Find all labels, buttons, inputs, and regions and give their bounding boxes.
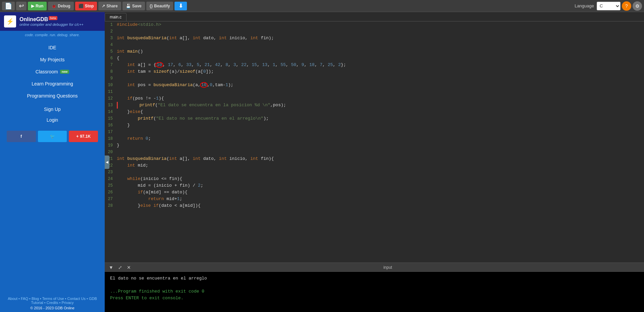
table-row: 15 printf("El dato no se encuentra en el… bbox=[105, 115, 644, 122]
sidebar-footer: About • FAQ • Blog • Terms of Use • Cont… bbox=[0, 293, 105, 312]
table-row: 21 int busquedaBinaria(int a[], int dato… bbox=[105, 155, 644, 162]
table-row: 17 bbox=[105, 129, 644, 135]
followers-button[interactable]: + 97.1K bbox=[69, 131, 98, 142]
table-row: 23 bbox=[105, 169, 644, 176]
table-row: 9 bbox=[105, 75, 644, 82]
output-clear-button[interactable]: ✕ bbox=[126, 265, 132, 270]
output-toolbar: ▼ ⤢ ✕ input bbox=[105, 263, 644, 272]
classroom-new-badge: new bbox=[60, 70, 69, 74]
table-row: 6 { bbox=[105, 55, 644, 62]
sidebar-nav: IDE My Projects Classroom new Learn Prog… bbox=[0, 42, 105, 102]
run-button[interactable]: ▶ Run bbox=[28, 2, 47, 10]
table-row: 28 }else if(dato < a[mid]){ bbox=[105, 202, 644, 209]
main-layout: ⚡ OnlineGDBbeta online compiler and debu… bbox=[0, 12, 644, 312]
table-row: 2 bbox=[105, 28, 644, 35]
table-row: 8 int tam = sizeof(a)/sizeof(a[0]); bbox=[105, 68, 644, 75]
footer-link-terms[interactable]: Terms of Use bbox=[42, 297, 64, 301]
footer-link-faq[interactable]: FAQ bbox=[21, 297, 28, 301]
facebook-button[interactable]: f bbox=[7, 131, 36, 142]
edit-button[interactable]: ↩ bbox=[16, 2, 27, 10]
footer-link-tutorial[interactable]: Tutorial bbox=[31, 301, 43, 305]
share-button[interactable]: ↗ Share bbox=[98, 2, 121, 10]
output-line2 bbox=[110, 282, 639, 289]
sidebar-item-learn[interactable]: Learn Programming bbox=[0, 78, 105, 90]
footer-link-privacy[interactable]: Privacy bbox=[62, 301, 74, 305]
editor-area: main.c 1 #include<stdio.h> 2 3 int busqu… bbox=[105, 12, 644, 312]
login-link[interactable]: Login bbox=[0, 115, 105, 125]
copyright: © 2016 - 2023 GDB Online bbox=[0, 306, 105, 310]
logo-icon: ⚡ bbox=[4, 15, 16, 27]
beautify-icon: {} bbox=[150, 4, 153, 8]
help-button[interactable]: ? bbox=[622, 1, 631, 11]
facebook-icon: f bbox=[20, 134, 22, 139]
share-icon: ↗ bbox=[102, 4, 105, 8]
logo-text-container: OnlineGDBbeta online compiler and debugg… bbox=[19, 16, 84, 26]
debug-button[interactable]: 🐞 Debug bbox=[48, 2, 73, 10]
table-row: 10 int pos = busquedaBinaria(a,10,0,tam-… bbox=[105, 82, 644, 88]
beautify-button[interactable]: {} Beautify bbox=[146, 2, 174, 10]
sidebar-auth: Sign Up Login bbox=[0, 104, 105, 125]
table-row: 18 return 0; bbox=[105, 135, 644, 142]
output-collapse-button[interactable]: ▼ bbox=[107, 265, 115, 270]
output-panel: ▼ ⤢ ✕ input El dato no se encuentra en e… bbox=[105, 262, 644, 312]
table-row: 5 int main() bbox=[105, 48, 644, 55]
table-row: 20 bbox=[105, 149, 644, 155]
code-editor[interactable]: 1 #include<stdio.h> 2 3 int busquedaBina… bbox=[105, 21, 644, 262]
sidebar-item-questions[interactable]: Programming Questions bbox=[0, 90, 105, 102]
tagline: code. compile. run. debug. share. bbox=[0, 31, 105, 39]
sidebar-item-myprojects[interactable]: My Projects bbox=[0, 54, 105, 66]
output-line3: ...Program finished with exit code 0 bbox=[110, 288, 639, 295]
plus-icon: + bbox=[76, 134, 79, 139]
stop-button[interactable]: ⬛ Stop bbox=[75, 2, 97, 10]
footer-link-blog[interactable]: Blog bbox=[32, 297, 39, 301]
file-button[interactable]: 📄 bbox=[2, 2, 15, 10]
table-row: 22 int mid; bbox=[105, 162, 644, 169]
table-row: 14 }else{ bbox=[105, 109, 644, 115]
sidebar-header: ⚡ OnlineGDBbeta online compiler and debu… bbox=[0, 12, 105, 31]
save-button[interactable]: 💾 Save bbox=[122, 2, 145, 10]
stop-icon: ⬛ bbox=[79, 4, 84, 8]
footer-link-gdb[interactable]: GDB bbox=[89, 297, 97, 301]
logo-name: OnlineGDBbeta bbox=[19, 16, 84, 22]
table-row: 7 int a[] = {10, 17, 6, 33, 5, 21, 42, 8… bbox=[105, 62, 644, 68]
toolbar: 📄 ↩ ▶ Run 🐞 Debug ⬛ Stop ↗ Share 💾 Save … bbox=[0, 0, 644, 12]
sidebar: ⚡ OnlineGDBbeta online compiler and debu… bbox=[0, 12, 105, 312]
footer-link-credits[interactable]: Credits bbox=[47, 301, 58, 305]
table-row: 27 return mid+1; bbox=[105, 196, 644, 202]
output-expand-button[interactable]: ⤢ bbox=[117, 265, 123, 270]
table-row: 12 if(pos != -1){ bbox=[105, 95, 644, 102]
debug-icon: 🐞 bbox=[51, 4, 56, 8]
twitter-button[interactable]: 🐦 bbox=[38, 131, 67, 142]
file-tab-main[interactable]: main.c bbox=[105, 13, 127, 21]
table-row: 11 bbox=[105, 88, 644, 95]
table-row: 3 int busquedaBinaria(int a[], int dato,… bbox=[105, 35, 644, 42]
table-row: 25 mid = (inicio + fin) / 2; bbox=[105, 182, 644, 189]
followers-count: 97.1K bbox=[80, 134, 91, 139]
sidebar-collapse-button[interactable]: ◀ bbox=[105, 155, 109, 169]
twitter-icon: 🐦 bbox=[50, 134, 55, 139]
download-button[interactable]: ⬇ bbox=[175, 2, 187, 10]
settings-button[interactable]: ⚙ bbox=[633, 1, 642, 11]
table-row: 19 } bbox=[105, 142, 644, 149]
table-row: 26 if(a[mid] == dato){ bbox=[105, 189, 644, 196]
footer-links2: Tutorial • Credits • Privacy bbox=[0, 301, 105, 305]
footer-link-about[interactable]: About bbox=[8, 297, 17, 301]
table-row: 16 } bbox=[105, 122, 644, 129]
output-label: input bbox=[134, 265, 641, 270]
sidebar-item-classroom[interactable]: Classroom new bbox=[0, 66, 105, 78]
footer-link-contact[interactable]: Contact Us bbox=[67, 297, 86, 301]
output-line1: El dato no se encuentra en el arreglo bbox=[110, 275, 639, 282]
table-row: 24 while(inicio <= fin){ bbox=[105, 176, 644, 182]
sidebar-item-ide[interactable]: IDE bbox=[0, 42, 105, 54]
language-label: Language bbox=[575, 3, 594, 8]
output-line4: Press ENTER to exit console. bbox=[110, 295, 639, 302]
run-icon: ▶ bbox=[31, 4, 34, 8]
language-select[interactable]: C C++ Python Java bbox=[597, 2, 621, 10]
file-tabs: main.c bbox=[105, 12, 644, 21]
signup-link[interactable]: Sign Up bbox=[0, 104, 105, 115]
logo-subtitle: online compiler and debugger for c/c++ bbox=[19, 22, 84, 26]
table-row: 13 printf("El dato se encuentra en la po… bbox=[105, 102, 644, 109]
output-content[interactable]: El dato no se encuentra en el arreglo ..… bbox=[105, 272, 644, 312]
table-row: 1 #include<stdio.h> bbox=[105, 21, 644, 28]
save-icon: 💾 bbox=[126, 4, 131, 8]
